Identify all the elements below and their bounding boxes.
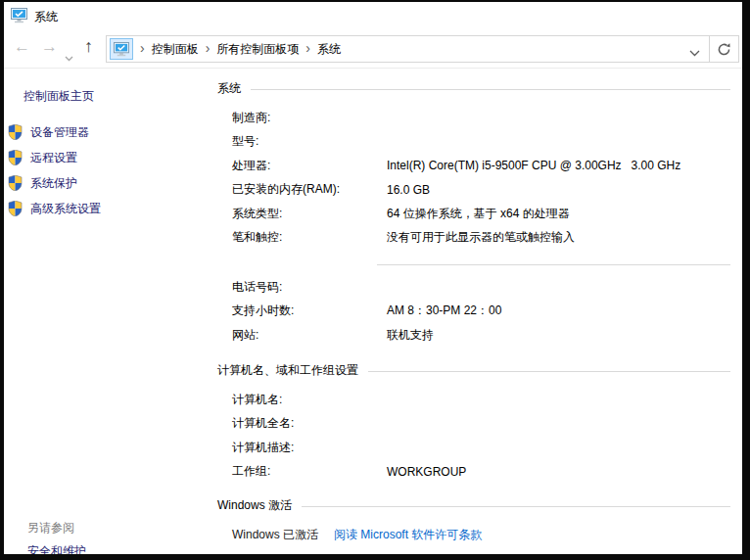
uac-shield-icon	[8, 175, 23, 191]
online-support-link[interactable]: 联机支持	[387, 327, 434, 344]
sidebar-item-system-protection[interactable]: 系统保护	[6, 170, 101, 196]
info-row: 已安装的内存(RAM):16.0 GB	[217, 178, 730, 203]
sidebar-item-advanced-system-settings[interactable]: 高级系统设置	[6, 196, 101, 221]
activation-status: Windows 已激活	[232, 527, 318, 543]
sidebar-item-label: 高级系统设置	[30, 201, 101, 217]
section-divider	[302, 506, 730, 507]
uac-shield-icon	[8, 124, 23, 140]
sidebar-item-label: 设备管理器	[30, 124, 89, 141]
breadcrumb-system[interactable]: 系统	[317, 41, 341, 58]
sidebar-item-label: 系统保护	[30, 175, 77, 192]
sidebar: 控制面板主页 设备管理器	[4, 70, 214, 554]
sidebar-item-device-manager[interactable]: 设备管理器	[6, 119, 101, 145]
info-row: 支持小时数:AM 8：30-PM 22：00	[217, 300, 730, 324]
section-title: Windows 激活	[217, 497, 292, 514]
breadcrumb-control-panel[interactable]: 控制面板	[152, 41, 199, 58]
breadcrumb-chevron-icon[interactable]: ›	[133, 41, 152, 57]
window-title: 系统	[34, 9, 58, 25]
license-terms-link[interactable]: 阅读 Microsoft 软件许可条款	[334, 527, 482, 543]
info-row: 工作组:WORKGROUP	[217, 460, 730, 485]
sidebar-item-label: 远程设置	[30, 150, 77, 166]
refresh-button[interactable]	[710, 35, 739, 63]
body-area: 控制面板主页 设备管理器	[4, 70, 742, 554]
uac-shield-icon	[8, 201, 23, 216]
section-title: 系统	[217, 80, 241, 97]
support-section-divider	[377, 264, 730, 265]
see-also-header: 另请参阅	[27, 520, 74, 537]
section-title: 计算机名、域和工作组设置	[217, 362, 358, 379]
info-row: 系统类型:64 位操作系统，基于 x64 的处理器	[217, 202, 730, 226]
info-row: 制造商:	[217, 106, 730, 130]
history-chevron-icon[interactable]	[65, 48, 73, 65]
address-location-icon[interactable]	[110, 38, 133, 60]
info-row: 型号:	[217, 130, 730, 155]
section-support: 电话号码: 支持小时数:AM 8：30-PM 22：00 网站:联机支持	[217, 275, 730, 348]
system-monitor-icon	[11, 8, 27, 26]
info-row: 电话号码:	[217, 275, 730, 300]
sidebar-item-security-and-maintenance[interactable]: 安全和维护	[27, 543, 86, 554]
info-row: 笔和触控:没有可用于此显示器的笔或触控输入	[217, 226, 730, 251]
forward-button[interactable]: →	[41, 37, 58, 54]
sidebar-task-list: 设备管理器 远程设置	[6, 119, 101, 221]
section-windows-activation: Windows 激活 Windows 已激活 阅读 Microsoft 软件许可…	[217, 497, 730, 547]
uac-shield-icon	[8, 150, 23, 165]
section-divider	[368, 371, 730, 372]
breadcrumb-chevron-icon[interactable]: ›	[199, 41, 217, 57]
info-row: 计算机描述:	[217, 436, 730, 460]
system-window: 系统 ← → ↑ › 控制面板 › 所有控制面板项 › 系统	[4, 2, 742, 554]
address-dropdown-chevron-icon[interactable]	[689, 46, 700, 60]
up-button[interactable]: ↑	[84, 37, 93, 55]
breadcrumb-chevron-icon[interactable]: ›	[299, 41, 317, 57]
sidebar-item-remote-settings[interactable]: 远程设置	[6, 145, 101, 170]
breadcrumb-all-items[interactable]: 所有控制面板项	[216, 41, 299, 58]
main-content: 系统 制造商: 型号: 处理器:Intel(R) Core(TM) i5-950…	[217, 70, 730, 554]
section-computer-name: 计算机名、域和工作组设置 计算机名: 计算机全名: 计算机描述: 工作组:WOR…	[217, 362, 730, 484]
refresh-icon	[717, 42, 731, 57]
info-row: 计算机全名:	[217, 412, 730, 437]
info-row: 处理器:Intel(R) Core(TM) i5-9500F CPU @ 3.0…	[217, 154, 730, 178]
sidebar-item-control-panel-home[interactable]: 控制面板主页	[23, 88, 94, 105]
title-bar: 系统	[4, 2, 742, 31]
back-button[interactable]: ←	[14, 37, 30, 54]
info-row: 计算机名:	[217, 388, 730, 412]
section-divider	[251, 89, 730, 90]
section-system: 系统 制造商: 型号: 处理器:Intel(R) Core(TM) i5-950…	[217, 80, 730, 250]
address-bar[interactable]: › 控制面板 › 所有控制面板项 › 系统	[106, 35, 710, 63]
navigation-bar: ← → ↑ › 控制面板 › 所有控制面板项 › 系统	[4, 31, 742, 69]
info-row: 网站:联机支持	[217, 323, 730, 348]
